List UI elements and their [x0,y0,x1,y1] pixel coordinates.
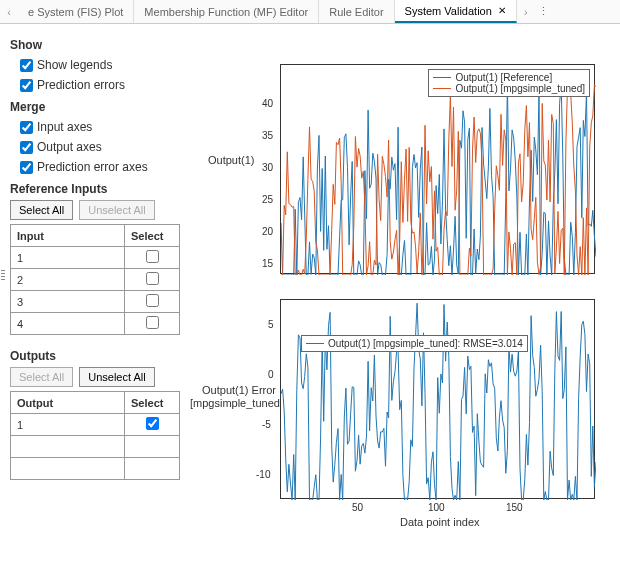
options-panel: Show Show legends Prediction errors Merg… [0,24,200,575]
error-plot[interactable]: Output(1) [mpgsimple_tuned]: RMSE=3.014 [280,299,595,499]
bottom-legend[interactable]: Output(1) [mpgsimple_tuned]: RMSE=3.014 [301,335,528,352]
kebab-icon[interactable]: ⋮ [535,5,553,18]
prediction-errors-label: Prediction errors [37,76,125,94]
table-row: 1 [11,247,180,269]
tab-scroll-right[interactable]: › [517,6,535,18]
tab-bar: ‹ e System (FIS) Plot Membership Functio… [0,0,620,24]
table-row: 4 [11,313,180,335]
tab-system-validation[interactable]: System Validation ✕ [395,0,517,23]
outputs-section-title: Outputs [10,349,190,363]
outputs-col-output: Output [11,392,125,414]
refinputs-col-input: Input [11,225,125,247]
merge-input-axes-label: Input axes [37,118,92,136]
close-icon[interactable]: ✕ [498,5,506,16]
refinput-1-checkbox[interactable] [146,250,159,263]
refinput-3-checkbox[interactable] [146,294,159,307]
top-ylabel: Output(1) [208,154,254,167]
merge-error-axes-label: Prediction error axes [37,158,148,176]
outputs-table: OutputSelect 1 [10,391,180,480]
outputs-select-all-button: Select All [10,367,73,387]
plots-area: Output(1) Output(1) [Reference] Output(1… [200,24,620,575]
merge-section-title: Merge [10,100,190,114]
tab-scroll-left[interactable]: ‹ [0,6,18,18]
refinput-2-checkbox[interactable] [146,272,159,285]
top-legend[interactable]: Output(1) [Reference] Output(1) [mpgsimp… [428,69,590,97]
output-plot[interactable]: Output(1) [Reference] Output(1) [mpgsimp… [280,64,595,274]
output-1-checkbox[interactable] [146,417,159,430]
refinputs-table: InputSelect 1 2 3 4 [10,224,180,335]
refinputs-section-title: Reference Inputs [10,182,190,196]
merge-output-axes-checkbox[interactable] [20,141,33,154]
xlabel: Data point index [400,516,480,528]
table-row: 3 [11,291,180,313]
show-legends-checkbox[interactable] [20,59,33,72]
table-row [11,436,180,458]
error-plot-svg [281,300,596,500]
outputs-col-select: Select [125,392,180,414]
prediction-errors-checkbox[interactable] [20,79,33,92]
tab-mf-editor[interactable]: Membership Function (MF) Editor [134,0,319,23]
merge-error-axes-checkbox[interactable] [20,161,33,174]
refinputs-col-select: Select [125,225,180,247]
bottom-ylabel: Output(1) Error[mpgsimple_tuned] [190,384,276,410]
panel-resize-handle[interactable] [0,255,5,295]
tab-rule-editor[interactable]: Rule Editor [319,0,394,23]
merge-input-axes-checkbox[interactable] [20,121,33,134]
table-row: 2 [11,269,180,291]
refinput-4-checkbox[interactable] [146,316,159,329]
show-section-title: Show [10,38,190,52]
merge-output-axes-label: Output axes [37,138,102,156]
show-legends-label: Show legends [37,56,112,74]
refinputs-unselect-all-button: Unselect All [79,200,154,220]
refinputs-select-all-button[interactable]: Select All [10,200,73,220]
table-row [11,458,180,480]
outputs-unselect-all-button[interactable]: Unselect All [79,367,154,387]
tab-fis-plot[interactable]: e System (FIS) Plot [18,0,134,23]
table-row: 1 [11,414,180,436]
